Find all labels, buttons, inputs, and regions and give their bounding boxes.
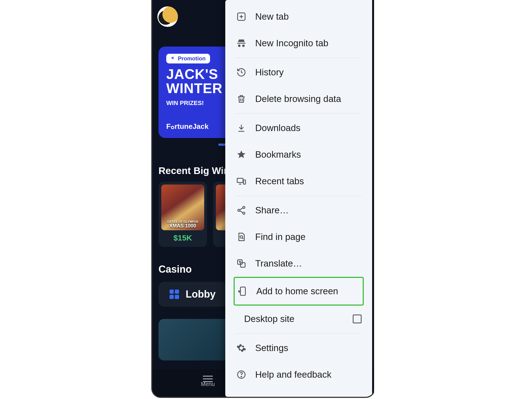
translate-icon xyxy=(236,259,247,268)
menu-bookmarks[interactable]: Bookmarks xyxy=(236,141,362,168)
menu-item-label: Translate… xyxy=(255,258,302,269)
menu-item-label: Find in page xyxy=(255,232,306,242)
help-icon xyxy=(236,370,247,380)
trash-icon xyxy=(236,94,247,104)
menu-item-label: Recent tabs xyxy=(255,176,304,186)
lobby-grid-icon xyxy=(170,290,179,299)
svg-rect-3 xyxy=(237,178,243,183)
menu-history[interactable]: History xyxy=(236,59,362,86)
menu-divider xyxy=(236,333,362,334)
incognito-icon xyxy=(236,38,247,48)
svg-rect-11 xyxy=(241,287,245,295)
menu-add-home[interactable]: Add to home screen xyxy=(237,278,360,305)
svg-rect-4 xyxy=(244,180,246,184)
menu-downloads[interactable]: Downloads xyxy=(236,115,362,141)
win-card[interactable]: GATES OF OLYMPUS XMAS 1000 $15K xyxy=(158,182,207,247)
menu-item-label: Delete browsing data xyxy=(255,94,341,104)
gear-icon xyxy=(236,343,247,353)
menu-divider xyxy=(236,58,362,58)
menu-find[interactable]: Find in page xyxy=(236,224,362,250)
plus-box-icon xyxy=(236,12,247,22)
app-logo[interactable] xyxy=(157,6,178,27)
menu-item-label: Downloads xyxy=(255,123,300,133)
menu-settings[interactable]: Settings xyxy=(236,335,362,361)
desktop-checkbox[interactable] xyxy=(353,314,362,323)
find-in-page-icon xyxy=(236,232,247,242)
lobby-label: Lobby xyxy=(186,288,216,300)
highlight-add-home: Add to home screen xyxy=(234,277,364,306)
svg-point-14 xyxy=(241,376,242,377)
menu-divider xyxy=(236,196,362,196)
star-icon xyxy=(236,150,247,160)
menu-item-label: New tab xyxy=(255,11,289,22)
win-amount: $15K xyxy=(161,234,204,242)
history-icon xyxy=(236,67,247,77)
menu-new-tab[interactable]: New tab xyxy=(236,3,362,30)
win-thumb: GATES OF OLYMPUS XMAS 1000 xyxy=(161,185,204,230)
browser-menu: New tab New Incognito tab History De xyxy=(225,0,372,397)
menu-item-label: Help and feedback xyxy=(255,369,331,380)
menu-share[interactable]: Share… xyxy=(236,197,362,224)
menu-item-label: Desktop site xyxy=(244,314,295,324)
promo-badge: Promotion xyxy=(166,54,210,63)
phone-frame: Promotion JACK'S WINTER WIN PRIZES! Frtu… xyxy=(152,0,374,397)
right-mask xyxy=(374,0,532,399)
menu-item-label: Settings xyxy=(255,343,288,353)
megaphone-icon xyxy=(171,55,176,62)
menu-translate[interactable]: Translate… xyxy=(236,250,362,277)
menu-desktop-site[interactable]: Desktop site xyxy=(236,306,362,332)
win-thumb-label: GATES OF OLYMPUS XMAS 1000 xyxy=(167,220,198,230)
menu-item-label: History xyxy=(255,67,284,78)
menu-item-label: Add to home screen xyxy=(256,286,338,296)
hamburger-icon xyxy=(203,378,213,379)
add-to-home-icon xyxy=(237,286,248,296)
promo-badge-label: Promotion xyxy=(178,55,206,62)
menu-item-label: Share… xyxy=(255,205,289,216)
devices-icon xyxy=(236,176,247,186)
menu-incognito[interactable]: New Incognito tab xyxy=(236,30,362,57)
menu-delete-data[interactable]: Delete browsing data xyxy=(236,86,362,112)
menu-divider xyxy=(236,113,362,114)
menu-item-label: Bookmarks xyxy=(255,149,301,160)
download-icon xyxy=(236,123,247,133)
menu-recent-tabs[interactable]: Recent tabs xyxy=(236,168,362,195)
menu-item-label: New Incognito tab xyxy=(255,38,328,48)
share-icon xyxy=(236,205,247,215)
menu-help[interactable]: Help and feedback xyxy=(236,361,362,388)
lobby-chip[interactable]: Lobby xyxy=(158,282,227,307)
svg-rect-10 xyxy=(241,263,245,267)
